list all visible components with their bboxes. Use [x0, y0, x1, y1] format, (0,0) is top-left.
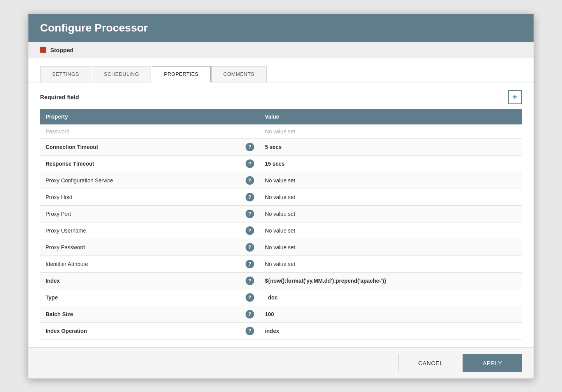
property-value[interactable]: 15 secs — [260, 155, 511, 172]
cancel-button[interactable]: CANCEL — [398, 354, 463, 372]
table-row[interactable]: Index?${now():format('yy.MM.dd'):prepend… — [40, 272, 522, 289]
table-row[interactable]: Proxy Password?No value set — [40, 239, 522, 256]
help-icon[interactable]: ? — [246, 260, 254, 268]
col-actions-header — [511, 109, 522, 124]
table-row[interactable]: Batch Size?100 — [40, 306, 522, 322]
status-bar: Stopped — [28, 42, 534, 58]
property-name: Index — [40, 272, 240, 289]
property-name: Password — [40, 124, 240, 139]
help-icon[interactable]: ? — [246, 193, 254, 201]
table-row[interactable]: Index Operation?index — [40, 322, 522, 339]
apply-button[interactable]: APPLY — [463, 354, 522, 372]
table-row[interactable]: Connection Timeout?5 secs — [40, 138, 522, 155]
property-value[interactable]: 5 secs — [260, 138, 511, 155]
status-indicator — [40, 47, 46, 53]
help-icon[interactable]: ? — [246, 276, 254, 285]
property-value[interactable]: index — [260, 322, 511, 339]
col-property-header: Property — [40, 109, 240, 124]
property-name: Index Operation — [40, 322, 240, 339]
help-icon[interactable]: ? — [246, 226, 254, 235]
tab-properties[interactable]: PROPERTIES — [152, 66, 211, 82]
table-row[interactable]: Proxy Configuration Service?No value set — [40, 172, 522, 189]
help-icon[interactable]: ? — [246, 310, 254, 318]
table-row[interactable]: Type?_doc — [40, 289, 522, 306]
property-value[interactable]: _doc — [260, 289, 511, 306]
col-help-header — [240, 109, 260, 124]
table-row[interactable]: Identifier Attribute?No value set — [40, 256, 522, 272]
tab-comments[interactable]: COMMENTS — [211, 66, 267, 82]
help-icon[interactable]: ? — [246, 293, 254, 302]
required-row: Required field + — [40, 90, 522, 104]
property-value[interactable]: No value set — [260, 256, 511, 272]
tabs-area: SETTINGS SCHEDULING PROPERTIES COMMENTS — [28, 58, 534, 82]
property-value[interactable]: No value set — [260, 189, 511, 205]
property-name: Proxy Username — [40, 222, 240, 239]
dialog-footer: CANCEL APPLY — [28, 347, 534, 378]
tab-settings[interactable]: SETTINGS — [40, 66, 91, 82]
dialog-header: Configure Processor — [28, 14, 534, 42]
property-value[interactable]: 100 — [260, 306, 511, 322]
property-value[interactable]: No value set — [260, 222, 511, 239]
configure-processor-dialog: Configure Processor Stopped SETTINGS SCH… — [28, 14, 534, 379]
help-icon[interactable]: ? — [246, 176, 254, 185]
tabs-container: SETTINGS SCHEDULING PROPERTIES COMMENTS — [40, 66, 522, 82]
help-icon[interactable]: ? — [246, 159, 254, 168]
table-row[interactable]: Proxy Username?No value set — [40, 222, 522, 239]
table-row[interactable]: Proxy Host?No value set — [40, 189, 522, 205]
help-icon[interactable]: ? — [246, 143, 254, 151]
property-name: Proxy Password — [40, 239, 240, 256]
property-name: Proxy Host — [40, 189, 240, 205]
content-area: Required field + Property Value Password… — [28, 82, 534, 347]
add-property-button[interactable]: + — [508, 90, 522, 104]
help-icon[interactable]: ? — [246, 243, 254, 252]
help-icon[interactable]: ? — [246, 210, 254, 218]
property-name: Batch Size — [40, 306, 240, 322]
property-name: Proxy Configuration Service — [40, 172, 240, 189]
property-value[interactable]: No value set — [260, 239, 511, 256]
property-name: Identifier Attribute — [40, 256, 240, 272]
help-icon[interactable]: ? — [246, 327, 254, 335]
property-value[interactable]: ${now():format('yy.MM.dd'):prepend('apac… — [260, 272, 511, 289]
property-value[interactable]: No value set — [260, 205, 511, 222]
table-header-row: Property Value — [40, 109, 522, 124]
table-row[interactable]: Response Timeout?15 secs — [40, 155, 522, 172]
table-row[interactable]: PasswordNo value set — [40, 124, 522, 139]
tab-scheduling[interactable]: SCHEDULING — [92, 66, 151, 82]
col-value-header: Value — [260, 109, 511, 124]
property-name: Response Timeout — [40, 155, 240, 172]
dialog-title: Configure Processor — [40, 22, 522, 34]
property-name: Connection Timeout — [40, 138, 240, 155]
property-name: Proxy Port — [40, 205, 240, 222]
property-name: Type — [40, 289, 240, 306]
property-value[interactable]: No value set — [260, 172, 511, 189]
status-label: Stopped — [50, 47, 74, 53]
required-field-label: Required field — [40, 94, 79, 100]
properties-table: Property Value PasswordNo value setConne… — [40, 109, 522, 340]
table-row[interactable]: Proxy Port?No value set — [40, 205, 522, 222]
property-value[interactable]: No value set — [260, 124, 511, 139]
